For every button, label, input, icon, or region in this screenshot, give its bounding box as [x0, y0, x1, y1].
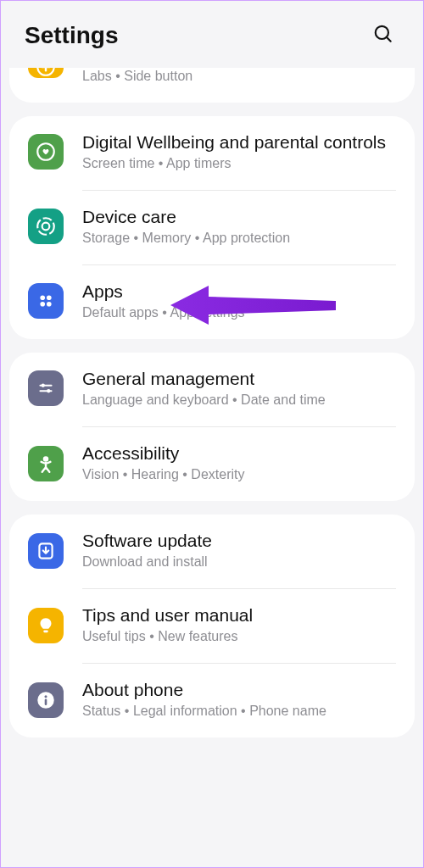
plus-circle-icon [28, 68, 64, 78]
settings-item-about-phone[interactable]: About phoneStatus • Legal information • … [9, 664, 415, 737]
settings-item-software-update[interactable]: Software updateDownload and install [9, 515, 415, 588]
svg-point-20 [44, 695, 47, 698]
item-subtitle: Useful tips • New features [82, 628, 396, 646]
svg-line-1 [387, 37, 391, 42]
settings-list: Labs • Side buttonDigital Wellbeing and … [1, 68, 423, 737]
settings-item-tips[interactable]: Tips and user manualUseful tips • New fe… [9, 589, 415, 663]
item-title: General management [82, 368, 396, 390]
item-text: Tips and user manualUseful tips • New fe… [82, 604, 396, 646]
item-subtitle: Language and keyboard • Date and time [82, 392, 396, 409]
bulb-icon [28, 608, 64, 643]
item-text: General managementLanguage and keyboard … [82, 368, 396, 409]
item-text: Device careStorage • Memory • App protec… [82, 206, 396, 248]
item-title: Tips and user manual [82, 604, 396, 626]
item-subtitle: Screen time • App timers [82, 155, 396, 173]
svg-point-15 [47, 390, 50, 393]
search-button[interactable] [367, 18, 399, 53]
item-text: AppsDefault apps • App settings [82, 281, 396, 322]
heart-eye-icon [28, 134, 64, 170]
settings-group: General managementLanguage and keyboard … [9, 353, 415, 501]
svg-point-10 [40, 302, 45, 307]
item-text: Digital Wellbeing and parental controlsS… [82, 131, 396, 173]
svg-point-6 [37, 219, 54, 236]
download-icon [28, 533, 64, 569]
settings-group: Digital Wellbeing and parental controlsS… [9, 116, 415, 339]
svg-point-16 [43, 456, 49, 462]
item-subtitle: Download and install [82, 554, 396, 571]
info-icon [28, 682, 64, 718]
item-subtitle: Labs • Side button [82, 68, 396, 86]
item-title: About phone [82, 679, 396, 701]
header: Settings [1, 1, 423, 68]
settings-item-device-care[interactable]: Device careStorage • Memory • App protec… [9, 191, 415, 264]
page-title: Settings [25, 22, 118, 49]
item-text: Software updateDownload and install [82, 530, 396, 571]
dots4-icon [28, 283, 64, 319]
item-title: Digital Wellbeing and parental controls [82, 131, 396, 153]
item-subtitle: Default apps • App settings [82, 304, 396, 322]
item-text: AccessibilityVision • Hearing • Dexterit… [82, 442, 396, 484]
item-subtitle: Storage • Memory • App protection [82, 230, 396, 248]
sliders-icon [28, 370, 64, 406]
item-text: Labs • Side button [82, 68, 396, 86]
settings-item-accessibility[interactable]: AccessibilityVision • Hearing • Dexterit… [9, 427, 415, 501]
svg-rect-21 [45, 698, 47, 705]
svg-rect-18 [43, 630, 47, 632]
item-title: Software update [82, 530, 396, 552]
svg-point-8 [40, 296, 45, 301]
item-title: Apps [82, 281, 396, 303]
item-title: Accessibility [82, 442, 396, 465]
settings-item-digital-wellbeing[interactable]: Digital Wellbeing and parental controlsS… [9, 116, 415, 190]
settings-group: Software updateDownload and installTips … [9, 515, 415, 737]
person-icon [28, 446, 64, 481]
item-title: Device care [82, 206, 396, 228]
svg-point-11 [47, 302, 52, 307]
item-subtitle: Status • Legal information • Phone name [82, 703, 396, 721]
svg-point-7 [42, 223, 50, 231]
settings-item-apps[interactable]: AppsDefault apps • App settings [9, 265, 415, 339]
settings-group: Labs • Side button [9, 68, 415, 103]
search-icon [372, 23, 394, 45]
swirl-icon [28, 209, 64, 244]
settings-item-general-management[interactable]: General managementLanguage and keyboard … [9, 353, 415, 426]
svg-point-9 [47, 296, 52, 301]
svg-point-13 [42, 384, 45, 387]
item-text: About phoneStatus • Legal information • … [82, 679, 396, 721]
settings-item-advanced-features[interactable]: Labs • Side button [9, 68, 415, 103]
item-subtitle: Vision • Hearing • Dexterity [82, 466, 396, 484]
